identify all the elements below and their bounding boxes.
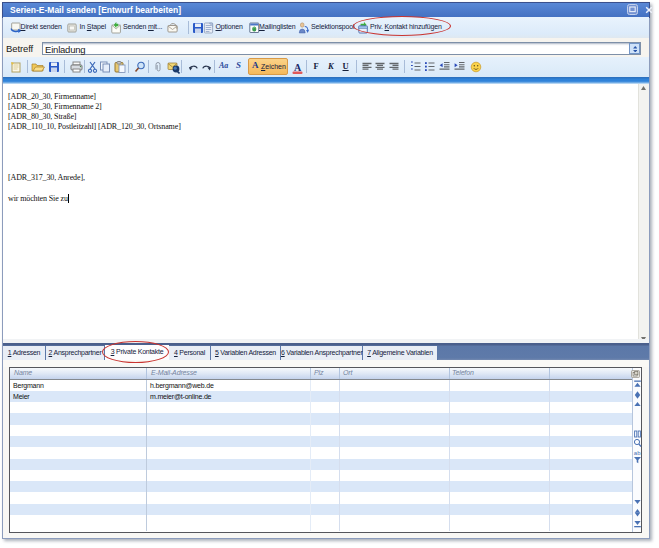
svg-text:A: A [294, 62, 302, 73]
svg-text:ab: ab [634, 450, 641, 456]
